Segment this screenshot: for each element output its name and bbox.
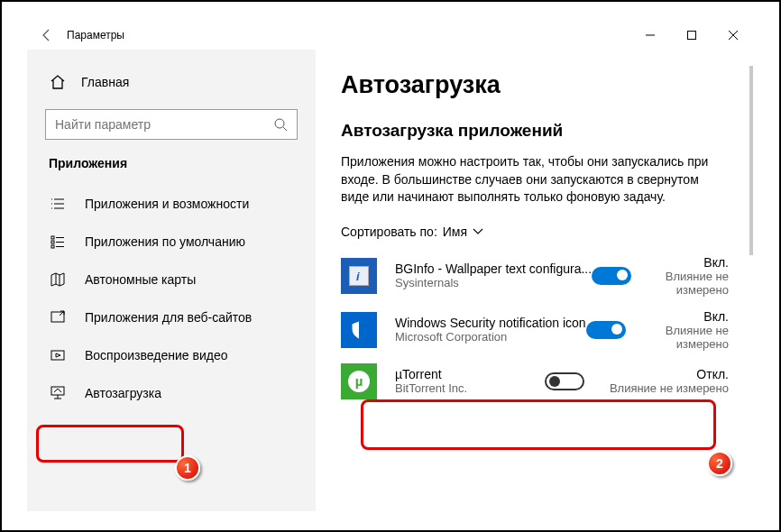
video-icon <box>49 347 67 363</box>
search-input[interactable] <box>45 109 298 140</box>
startup-toggle[interactable] <box>592 267 631 285</box>
svg-rect-12 <box>51 236 54 239</box>
app-state: Вкл. <box>635 309 729 324</box>
chevron-down-icon <box>473 228 483 235</box>
startup-app-row: Windows Security notification icon Micro… <box>341 309 745 351</box>
scrollbar[interactable] <box>749 66 754 511</box>
website-icon <box>49 309 67 326</box>
maximize-button[interactable] <box>671 21 712 50</box>
sidebar-item-apps-features[interactable]: Приложения и возможности <box>27 185 316 223</box>
app-publisher: Microsoft Corporation <box>395 330 586 344</box>
sidebar-item-offline-maps[interactable]: Автономные карты <box>27 261 316 298</box>
section-description: Приложения можно настроить так, чтобы он… <box>341 153 729 206</box>
close-button[interactable] <box>712 21 754 50</box>
sidebar: Главная Приложения Приложения и возможно… <box>27 50 316 511</box>
sidebar-item-label: Приложения по умолчанию <box>85 234 245 249</box>
list-icon <box>49 196 67 212</box>
svg-line-5 <box>283 127 287 131</box>
svg-point-4 <box>275 119 284 128</box>
svg-rect-19 <box>51 351 64 360</box>
sidebar-item-label: Приложения для веб-сайтов <box>85 310 252 325</box>
app-icon-utorrent: µ <box>341 363 377 399</box>
sort-label: Сортировать по: <box>341 225 437 239</box>
page-title: Автозагрузка <box>341 71 745 99</box>
app-impact: Влияние не измерено <box>635 324 729 351</box>
main-content: Автозагрузка Автозагрузка приложений При… <box>316 50 754 511</box>
app-state: Вкл. <box>640 255 729 270</box>
sidebar-item-apps-websites[interactable]: Приложения для веб-сайтов <box>27 298 316 336</box>
sidebar-item-video-playback[interactable]: Воспроизведение видео <box>27 336 316 374</box>
startup-icon <box>49 385 67 401</box>
svg-rect-14 <box>51 241 54 243</box>
search-icon <box>273 117 288 132</box>
app-name: BGInfo - Wallpaper text configura... <box>395 261 592 276</box>
sidebar-item-default-apps[interactable]: Приложения по умолчанию <box>27 223 316 261</box>
app-name: µTorrent <box>395 367 545 381</box>
annotation-highlight-1 <box>36 425 184 463</box>
window-title: Параметры <box>67 29 124 41</box>
app-impact: Влияние не измерено <box>593 381 729 395</box>
app-icon-bginfo: i <box>341 258 377 294</box>
back-button[interactable] <box>27 28 67 42</box>
defaults-icon <box>49 234 67 250</box>
map-icon <box>49 271 67 288</box>
annotation-badge-1: 1 <box>175 455 200 481</box>
svg-rect-1 <box>688 32 696 40</box>
home-link[interactable]: Главная <box>27 66 316 98</box>
settings-window: Параметры Главная Приложения <box>27 21 754 511</box>
startup-toggle[interactable] <box>586 321 626 339</box>
home-icon <box>49 74 67 90</box>
sidebar-item-label: Приложения и возможности <box>85 197 249 211</box>
app-impact: Влияние не измерено <box>640 270 729 297</box>
app-publisher: Sysinternals <box>395 276 592 289</box>
app-name: Windows Security notification icon <box>395 316 586 330</box>
app-icon-security <box>341 312 377 348</box>
app-publisher: BitTorrent Inc. <box>395 381 545 395</box>
titlebar: Параметры <box>27 21 754 50</box>
startup-app-row: µ µTorrent BitTorrent Inc. Откл. Влияние… <box>341 363 745 399</box>
sort-value: Имя <box>443 225 467 239</box>
sidebar-item-label: Воспроизведение видео <box>85 348 227 362</box>
app-state: Откл. <box>593 367 729 381</box>
svg-rect-16 <box>51 245 54 248</box>
search-field[interactable] <box>55 117 273 132</box>
minimize-button[interactable] <box>629 21 671 50</box>
sidebar-item-label: Автономные карты <box>85 272 196 287</box>
sidebar-item-startup[interactable]: Автозагрузка <box>27 374 316 412</box>
home-label: Главная <box>81 75 129 89</box>
startup-toggle[interactable] <box>545 372 584 390</box>
sort-dropdown[interactable]: Сортировать по: Имя <box>341 225 745 239</box>
section-title: Автозагрузка приложений <box>341 121 745 141</box>
sidebar-item-label: Автозагрузка <box>85 386 161 400</box>
annotation-badge-2: 2 <box>707 451 732 476</box>
section-heading: Приложения <box>27 156 316 185</box>
startup-app-row: i BGInfo - Wallpaper text configura... S… <box>341 255 745 297</box>
